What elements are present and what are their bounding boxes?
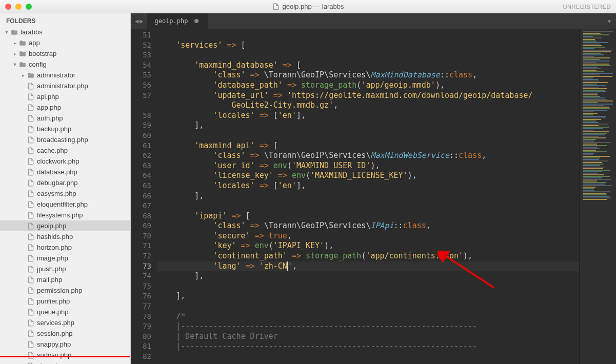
- code-line[interactable]: |---------------------------------------…: [157, 321, 579, 332]
- file-item[interactable]: geoip.php: [0, 220, 130, 231]
- code-line[interactable]: 'update_url' => 'https://geolite.maxmind…: [157, 91, 579, 101]
- code-line[interactable]: GeoLite2-City.mmdb.gz',: [157, 100, 579, 111]
- folder-item[interactable]: ▸app: [0, 37, 130, 48]
- code-line[interactable]: /*: [157, 312, 579, 322]
- code-line[interactable]: [157, 131, 579, 141]
- nav-forward-icon[interactable]: ▶: [140, 17, 143, 25]
- code-line[interactable]: 'user_id' => env('MAXMIND_USER_ID'),: [157, 161, 579, 171]
- tab-geoip[interactable]: geoip.php: [147, 13, 208, 29]
- code-line[interactable]: 'maxmind_database' => [: [157, 60, 579, 71]
- code-line[interactable]: | Default Cache Driver: [157, 332, 579, 342]
- code-line[interactable]: [157, 301, 579, 312]
- item-label: sudosu.php: [37, 351, 71, 359]
- folder-item[interactable]: ▸bootstrap: [0, 48, 130, 59]
- file-item[interactable]: image.php: [0, 253, 130, 264]
- code-lines[interactable]: 'services' => [ 'maxmind_database' => [ …: [157, 29, 579, 364]
- item-label: view.php: [37, 362, 63, 364]
- code-line[interactable]: 'ipapi' => [: [157, 211, 579, 221]
- item-label: app: [29, 39, 40, 47]
- file-icon: [27, 319, 34, 327]
- code-line[interactable]: 'secure' => true,: [157, 231, 579, 241]
- file-item[interactable]: backup.php: [0, 124, 130, 134]
- item-label: cache.php: [37, 147, 68, 154]
- file-item[interactable]: queue.php: [0, 307, 130, 317]
- disclosure-arrow-icon: [21, 245, 26, 250]
- code-line[interactable]: 'services' => [: [157, 41, 579, 51]
- file-item[interactable]: auth.php: [0, 113, 130, 124]
- file-item[interactable]: jpush.php: [0, 264, 130, 274]
- item-label: administrator: [37, 71, 75, 79]
- tabs-overflow-icon[interactable]: ▼: [608, 18, 611, 24]
- code-line[interactable]: [157, 201, 579, 211]
- item-label: snappy.php: [37, 340, 71, 348]
- code-line[interactable]: ],: [157, 120, 579, 131]
- file-item[interactable]: cache.php: [0, 145, 130, 156]
- folder-item[interactable]: ▸administrator: [0, 70, 130, 80]
- folder-item[interactable]: ▼config: [0, 59, 130, 70]
- file-icon: [27, 126, 34, 133]
- file-icon: [27, 83, 34, 90]
- code-line[interactable]: 'license_key' => env('MAXMIND_LICENSE_KE…: [157, 171, 579, 181]
- close-window-button[interactable]: [5, 4, 11, 10]
- code-line[interactable]: 'continent_path' => storage_path('app/co…: [157, 251, 579, 261]
- disclosure-arrow-icon: [21, 234, 26, 239]
- disclosure-arrow-icon: [21, 320, 26, 326]
- file-item[interactable]: easysms.php: [0, 188, 130, 199]
- code-line[interactable]: |---------------------------------------…: [157, 341, 579, 352]
- file-item[interactable]: hashids.php: [0, 231, 130, 242]
- minimap[interactable]: [579, 29, 616, 364]
- file-item[interactable]: administrator.php: [0, 80, 130, 91]
- code-line[interactable]: 'locales' => ['en'],: [157, 181, 579, 191]
- code-line[interactable]: [157, 50, 579, 60]
- folder-icon: [19, 39, 26, 47]
- file-item[interactable]: api.php: [0, 91, 130, 102]
- file-item[interactable]: debugbar.php: [0, 177, 130, 188]
- file-item[interactable]: purifier.php: [0, 296, 130, 307]
- code-line[interactable]: 'maxmind_api' => [: [157, 141, 579, 151]
- file-item[interactable]: app.php: [0, 102, 130, 113]
- file-item[interactable]: services.php: [0, 317, 130, 328]
- code-line[interactable]: [157, 352, 579, 362]
- code-line[interactable]: 'locales' => ['en'],: [157, 111, 579, 121]
- code-line[interactable]: ],: [157, 291, 579, 301]
- file-icon: [27, 93, 34, 100]
- file-item[interactable]: filesystems.php: [0, 210, 130, 220]
- code-line[interactable]: ],: [157, 191, 579, 201]
- file-item[interactable]: broadcasting.php: [0, 134, 130, 145]
- code-line[interactable]: 'class' => \Torann\GeoIP\Services\MaxMin…: [157, 151, 579, 161]
- code-line[interactable]: ],: [157, 271, 579, 281]
- file-item[interactable]: session.php: [0, 328, 130, 339]
- item-label: api.php: [37, 93, 59, 100]
- file-icon: [27, 266, 34, 273]
- nav-back-icon[interactable]: ◀: [135, 17, 138, 25]
- code-line[interactable]: 'key' => env('IPAPI_KEY'),: [157, 241, 579, 251]
- code-line[interactable]: [157, 30, 579, 41]
- minimize-window-button[interactable]: [15, 4, 22, 10]
- code-line[interactable]: 'class' => \Torann\GeoIP\Services\IPApi:…: [157, 221, 579, 231]
- file-item[interactable]: mail.php: [0, 274, 130, 285]
- file-item[interactable]: horizon.php: [0, 242, 130, 253]
- window-controls: [5, 4, 32, 10]
- item-label: hashids.php: [37, 233, 73, 240]
- code-line[interactable]: 'database_path' => storage_path('app/geo…: [157, 80, 579, 91]
- zoom-window-button[interactable]: [26, 4, 32, 10]
- file-item[interactable]: permission.php: [0, 285, 130, 296]
- file-icon: [272, 3, 280, 10]
- file-item[interactable]: database.php: [0, 167, 130, 177]
- item-label: easysms.php: [37, 190, 76, 197]
- sidebar[interactable]: FOLDERS ▼larabbs▸app▸bootstrap▼config▸ad…: [0, 13, 131, 364]
- item-label: app.php: [37, 104, 61, 111]
- file-item[interactable]: sudosu.php: [0, 350, 130, 360]
- code-line[interactable]: [157, 281, 579, 292]
- file-item[interactable]: eloquentfilter.php: [0, 199, 130, 210]
- file-icon: [27, 341, 34, 348]
- file-icon: [27, 179, 34, 187]
- folder-item[interactable]: ▼larabbs: [0, 27, 130, 37]
- file-item[interactable]: snappy.php: [0, 339, 130, 350]
- file-icon: [27, 244, 34, 251]
- code-area[interactable]: 51525354555657 5859606162636465666768697…: [131, 29, 616, 364]
- file-item[interactable]: view.php: [0, 360, 130, 364]
- file-item[interactable]: clockwork.php: [0, 156, 130, 167]
- code-line[interactable]: 'class' => \Torann\GeoIP\Services\MaxMin…: [157, 70, 579, 80]
- file-icon: [27, 136, 34, 144]
